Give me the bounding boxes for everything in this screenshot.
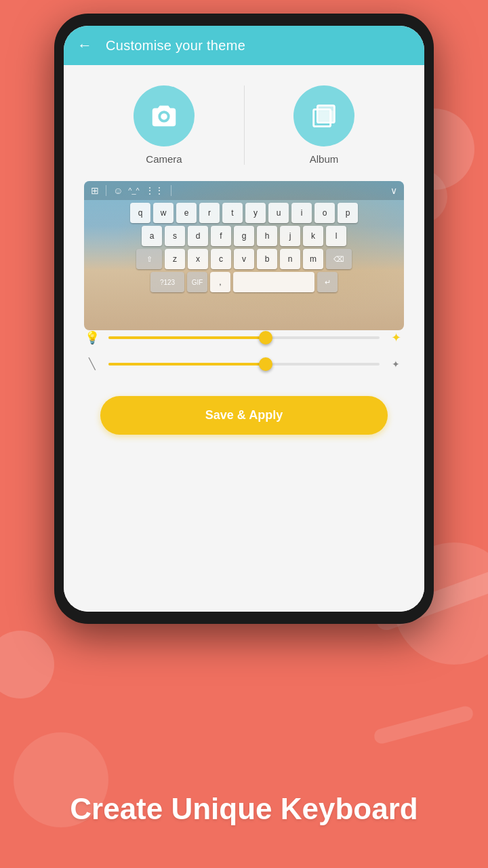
camera-icon-circle	[134, 85, 195, 146]
keyboard-row-1: q w e r t y u i o p	[88, 203, 400, 223]
toolbar-divider-2	[171, 185, 171, 196]
main-content: Camera Album	[64, 65, 424, 612]
keyboard-row-2: a s d f g h j k l	[88, 226, 400, 246]
bottom-tagline-area: Create Unique Keyboard	[0, 791, 488, 827]
key-i[interactable]: i	[291, 203, 312, 223]
key-e[interactable]: e	[176, 203, 197, 223]
key-t[interactable]: t	[222, 203, 243, 223]
key-z[interactable]: z	[165, 249, 185, 269]
key-gif[interactable]: GIF	[187, 272, 207, 292]
brightness-fill	[108, 336, 266, 339]
key-x[interactable]: x	[188, 249, 208, 269]
key-f[interactable]: f	[211, 226, 231, 246]
album-label: Album	[310, 153, 339, 165]
brightness-high-icon: ✦	[388, 330, 404, 345]
source-buttons-row: Camera Album	[84, 85, 404, 165]
grid-icon[interactable]: ⊞	[91, 185, 99, 196]
key-n[interactable]: n	[280, 249, 300, 269]
brightness-slider-row: 💡 ✦	[84, 330, 404, 345]
toolbar-divider-1	[106, 185, 106, 196]
deco-strip-2	[373, 705, 475, 745]
bottom-tagline-text: Create Unique Keyboard	[27, 791, 461, 827]
app-header: ← Customise your theme	[64, 26, 424, 65]
camera-icon	[148, 100, 180, 132]
key-b[interactable]: b	[257, 249, 277, 269]
key-v[interactable]: v	[234, 249, 254, 269]
key-r[interactable]: r	[199, 203, 220, 223]
key-shift[interactable]: ⇧	[136, 249, 162, 269]
key-numbers[interactable]: ?123	[150, 272, 184, 292]
key-backspace[interactable]: ⌫	[326, 249, 352, 269]
keyboard-row-3: ⇧ z x c v b n m ⌫	[88, 249, 400, 269]
contrast-thumb[interactable]	[259, 357, 272, 371]
camera-button[interactable]: Camera	[84, 85, 244, 165]
chevron-down-icon[interactable]: ∨	[390, 185, 397, 196]
sliders-section: 💡 ✦ ╲ ✦	[84, 330, 404, 382]
album-icon	[308, 100, 340, 132]
emoji-icon[interactable]: ☺	[113, 185, 123, 196]
key-c[interactable]: c	[211, 249, 231, 269]
key-j[interactable]: j	[280, 226, 300, 246]
key-y[interactable]: y	[245, 203, 266, 223]
album-button[interactable]: Album	[244, 85, 404, 165]
back-button[interactable]: ←	[77, 37, 92, 54]
save-apply-button[interactable]: Save & Apply	[100, 396, 388, 435]
keyboard-toolbar: ⊞ ☺ ^_^ ⋮⋮ ∨	[84, 181, 404, 200]
keyboard-rows: q w e r t y u i o p a s	[84, 200, 404, 298]
key-a[interactable]: a	[142, 226, 162, 246]
key-d[interactable]: d	[188, 226, 208, 246]
contrast-high-icon: ✦	[388, 359, 404, 370]
contrast-low-icon: ╲	[84, 357, 100, 370]
contrast-slider-row: ╲ ✦	[84, 357, 404, 370]
key-k[interactable]: k	[303, 226, 323, 246]
key-p[interactable]: p	[338, 203, 358, 223]
dots-icon[interactable]: ⋮⋮	[145, 185, 164, 196]
brightness-track[interactable]	[108, 336, 380, 339]
key-w[interactable]: w	[153, 203, 174, 223]
keyboard-row-4: ?123 GIF , ↵	[88, 272, 400, 292]
phone-screen: ← Customise your theme Camera	[64, 26, 424, 612]
key-q[interactable]: q	[130, 203, 150, 223]
album-icon-circle	[293, 85, 354, 146]
brightness-thumb[interactable]	[259, 331, 272, 344]
key-g[interactable]: g	[234, 226, 254, 246]
key-comma[interactable]: ,	[210, 272, 230, 292]
svg-rect-2	[319, 111, 333, 121]
brightness-low-icon: 💡	[84, 330, 100, 345]
key-h[interactable]: h	[257, 226, 277, 246]
contrast-fill	[108, 363, 266, 366]
phone-frame: ← Customise your theme Camera	[54, 14, 434, 624]
key-l[interactable]: l	[326, 226, 346, 246]
key-o[interactable]: o	[314, 203, 335, 223]
camera-label: Camera	[146, 153, 182, 165]
key-space[interactable]	[233, 272, 314, 292]
key-m[interactable]: m	[303, 249, 323, 269]
key-s[interactable]: s	[165, 226, 185, 246]
contrast-track[interactable]	[108, 363, 380, 366]
key-enter[interactable]: ↵	[317, 272, 338, 292]
face-icon[interactable]: ^_^	[128, 186, 139, 195]
header-title: Customise your theme	[106, 38, 245, 54]
deco-circle-4	[0, 631, 54, 698]
keyboard-preview: ⊞ ☺ ^_^ ⋮⋮ ∨ q w e r	[84, 181, 404, 330]
key-u[interactable]: u	[268, 203, 289, 223]
